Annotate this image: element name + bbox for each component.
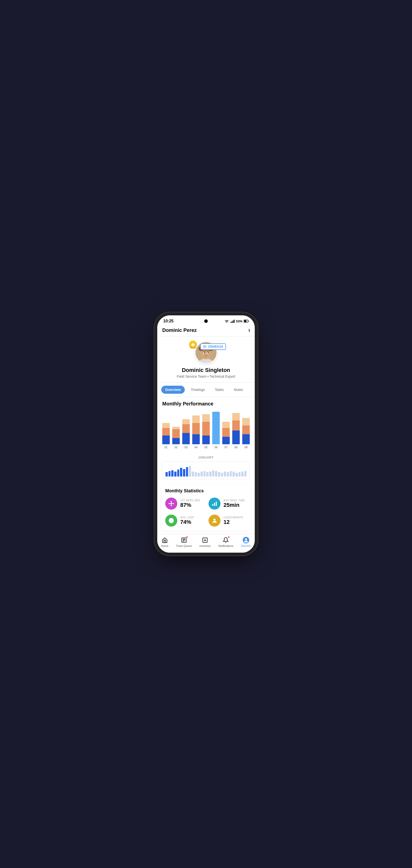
svg-point-48 (245, 538, 247, 540)
nav-item-track-queue[interactable]: Track Queue (176, 537, 192, 547)
wifi-icon (225, 319, 229, 323)
mini-bar (201, 471, 203, 476)
page-header: Dominic Perez (157, 326, 255, 336)
svg-point-28 (171, 501, 172, 502)
mini-bar (218, 472, 220, 476)
stats-grid: 1ST SERV. RES.87%AVG SERV. TIME25minAVG.… (165, 498, 247, 527)
tab-overview[interactable]: Overview (161, 386, 185, 394)
svg-rect-6 (244, 320, 246, 322)
nav-item-label: Home (161, 545, 168, 547)
svg-point-39 (172, 520, 172, 520)
nav-item-home[interactable]: Home (161, 537, 168, 547)
profile-name: Dominic Singleton (162, 367, 250, 373)
svg-point-21 (207, 352, 209, 354)
mini-bar (212, 470, 214, 476)
mini-bar (189, 466, 191, 476)
svg-point-23 (208, 352, 208, 353)
nav-badge (228, 536, 230, 538)
person-circle-icon (242, 537, 249, 544)
mini-bar (224, 471, 226, 476)
mini-chart (166, 464, 246, 476)
profile-subtitle: Field Service Team • Technical Expert (162, 374, 250, 378)
nav-item-label: Notifications (218, 545, 234, 547)
svg-rect-35 (214, 503, 215, 506)
bar-group-08: 08 (232, 412, 240, 449)
mini-bar (244, 471, 246, 476)
stat-value: 74% (180, 519, 194, 525)
nav-item-label: Inventory (200, 545, 211, 547)
battery-percent: 53% (236, 319, 242, 323)
svg-point-37 (169, 518, 173, 523)
mini-bar (180, 468, 182, 476)
battery-icon (244, 320, 249, 322)
camera-notch (204, 319, 208, 323)
bar-group-05: 05 (202, 412, 210, 449)
profile-section: ID: 235453134 Dominic Singleton Field Se… (157, 336, 255, 383)
mini-bar (177, 469, 179, 476)
bar-group-04: 04 (192, 412, 200, 449)
mini-bar (206, 472, 208, 476)
tab-timelogs[interactable]: Timelogs (187, 386, 209, 394)
stat-label: AVG SERV. TIME (224, 499, 245, 502)
mini-bar (186, 467, 188, 476)
svg-rect-0 (231, 322, 231, 323)
monthly-stats-card: Monthly Statistics 1ST SERV. RES.87%AVG … (161, 484, 251, 531)
svg-point-27 (173, 503, 174, 504)
bell-icon (222, 537, 229, 544)
chart-icon (208, 498, 220, 509)
bar-chart: 010203040506070809 (162, 411, 250, 451)
svg-point-26 (169, 503, 170, 504)
signal-icon (230, 319, 235, 323)
stats-title: Monthly Statistics (165, 488, 247, 494)
list-icon (180, 537, 187, 544)
nav-item-label: Dominic (241, 545, 251, 547)
status-icons: 53% (225, 319, 249, 323)
id-badge: ID: 235453134 (200, 343, 226, 350)
svg-rect-3 (234, 320, 235, 323)
mini-bar (230, 471, 232, 476)
stat-item-1: AVG SERV. TIME25min (208, 498, 247, 509)
tab-notes[interactable]: Notes (230, 386, 247, 394)
tab-tasks[interactable]: Tasks (211, 386, 228, 394)
mini-bar (241, 471, 243, 476)
stat-item-0: 1ST SERV. RES.87% (165, 498, 204, 509)
nav-item-dominic[interactable]: Dominic (241, 537, 251, 547)
mini-bar (195, 472, 197, 476)
svg-rect-5 (248, 321, 249, 322)
inventory-icon (202, 537, 208, 544)
stat-item-3: CASES/MONTH12 (208, 515, 247, 527)
mini-bar (221, 473, 223, 476)
stat-value: 25min (224, 502, 245, 508)
status-bar: 10:25 53% (157, 315, 255, 326)
nav-item-inventory[interactable]: Inventory (200, 537, 211, 547)
achievement-badge (188, 340, 198, 350)
svg-point-29 (171, 505, 172, 506)
mini-bar (183, 469, 185, 476)
mini-bar (227, 472, 229, 476)
stat-label: 1ST SERV. RES. (180, 499, 201, 502)
bar-group-02: 02 (172, 412, 180, 449)
nav-item-label: Track Queue (176, 545, 192, 547)
mini-bar (204, 471, 206, 476)
mini-bar (239, 472, 241, 476)
mini-bar (209, 471, 211, 476)
mini-bar (198, 473, 200, 476)
bar-group-06: 06 (212, 412, 220, 449)
mini-bar (166, 472, 168, 476)
bottom-nav: HomeTrack QueueInventoryNotificationsDom… (157, 534, 255, 553)
month-section: JANUARY (157, 451, 255, 482)
mini-bar (169, 471, 171, 476)
svg-rect-36 (216, 502, 217, 506)
svg-point-24 (205, 354, 207, 355)
more-options-button[interactable] (249, 329, 250, 332)
smile-icon (165, 515, 177, 527)
network-icon (165, 498, 177, 509)
nav-item-notifications[interactable]: Notifications (218, 537, 234, 547)
header-title: Dominic Perez (162, 328, 197, 333)
mini-bar (192, 471, 194, 476)
bar-group-01: 01 (162, 412, 170, 449)
mini-bar (174, 471, 176, 476)
svg-point-20 (204, 352, 205, 354)
bar-group-07: 07 (222, 412, 230, 449)
mini-bar (215, 471, 217, 476)
